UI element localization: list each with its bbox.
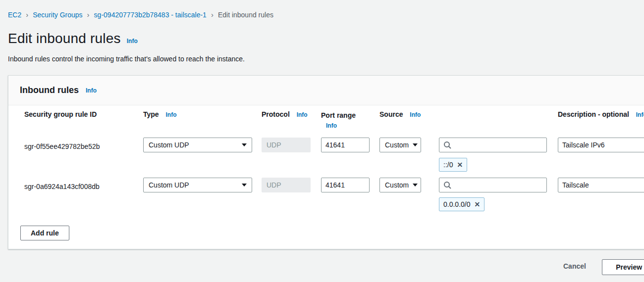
inbound-rules-panel: Inbound rules Info Security group rule I… bbox=[8, 75, 644, 249]
rule-id-text: sgr-0f55ee429782be52b bbox=[24, 142, 138, 150]
page-title-info-link[interactable]: Info bbox=[127, 38, 138, 45]
source-search-box[interactable] bbox=[439, 138, 547, 152]
type-select[interactable]: Custom UDP bbox=[143, 138, 252, 152]
breadcrumb-current: Edit inbound rules bbox=[218, 11, 273, 19]
panel-info-link[interactable]: Info bbox=[86, 87, 97, 94]
breadcrumb: EC2 › Security Groups › sg-094207773b2b7… bbox=[8, 10, 273, 19]
source-type-value: Custom bbox=[385, 181, 409, 189]
breadcrumb-link-ec2[interactable]: EC2 bbox=[8, 11, 21, 19]
source-token-label: ::/0 bbox=[443, 161, 453, 169]
source-type-value: Custom bbox=[385, 141, 409, 149]
breadcrumb-chevron-icon: › bbox=[211, 10, 214, 19]
remove-token-icon[interactable] bbox=[475, 201, 481, 208]
column-header-label: Source bbox=[379, 110, 403, 118]
source-search-box[interactable] bbox=[439, 178, 547, 192]
breadcrumb-chevron-icon: › bbox=[87, 10, 90, 19]
cancel-button[interactable]: Cancel bbox=[563, 262, 586, 270]
source-info-link[interactable]: Info bbox=[410, 111, 421, 118]
description-info-link[interactable]: Info bbox=[636, 111, 644, 118]
source-search-input[interactable] bbox=[455, 181, 542, 189]
page-description: Inbound rules control the incoming traff… bbox=[8, 55, 245, 63]
column-header-description: Description - optional Info bbox=[558, 110, 644, 118]
port-range-input[interactable] bbox=[321, 178, 370, 192]
type-info-link[interactable]: Info bbox=[166, 111, 177, 118]
page-title: Edit inbound rules bbox=[8, 31, 121, 47]
breadcrumb-link-security-group[interactable]: sg-094207773b2b78483 - tailscale-1 bbox=[94, 11, 207, 19]
breadcrumb-link-security-groups[interactable]: Security Groups bbox=[33, 11, 82, 19]
column-header-label: Protocol bbox=[262, 110, 290, 118]
column-header-type: Type Info bbox=[143, 110, 252, 118]
rule-id-text: sgr-0a6924a143cf008db bbox=[24, 183, 138, 190]
source-token: 0.0.0.0/0 bbox=[439, 197, 484, 211]
panel-header: Inbound rules Info bbox=[8, 76, 644, 105]
column-header-label: Security group rule ID bbox=[24, 110, 97, 118]
breadcrumb-chevron-icon: › bbox=[26, 10, 28, 19]
source-type-select[interactable]: Custom bbox=[379, 138, 421, 152]
description-input[interactable] bbox=[558, 178, 644, 192]
panel-title: Inbound rules bbox=[20, 85, 79, 95]
column-header-source: Source Info bbox=[379, 110, 421, 118]
protocol-field: UDP bbox=[262, 178, 311, 192]
column-header-port-range: Port range Info bbox=[321, 110, 366, 131]
preview-changes-button[interactable]: Preview changes bbox=[602, 259, 644, 275]
search-icon bbox=[443, 181, 451, 189]
protocol-value: UDP bbox=[267, 181, 281, 189]
type-select-value: Custom UDP bbox=[149, 181, 189, 189]
search-icon bbox=[443, 141, 451, 149]
protocol-field: UDP bbox=[262, 138, 311, 152]
port-range-info-link[interactable]: Info bbox=[326, 122, 337, 129]
source-token-label: 0.0.0.0/0 bbox=[443, 200, 471, 208]
protocol-info-link[interactable]: Info bbox=[297, 111, 308, 118]
description-input[interactable] bbox=[558, 138, 644, 152]
source-search-input[interactable] bbox=[455, 141, 542, 149]
rules-table: Security group rule ID Type Info Protoco… bbox=[8, 105, 644, 249]
source-type-select[interactable]: Custom bbox=[379, 178, 421, 192]
type-select-value: Custom UDP bbox=[149, 141, 189, 149]
chevron-down-icon bbox=[413, 143, 418, 146]
type-select[interactable]: Custom UDP bbox=[143, 178, 252, 192]
port-range-input[interactable] bbox=[321, 138, 370, 152]
column-header-label: Type bbox=[143, 110, 159, 118]
column-header-rule-id: Security group rule ID bbox=[24, 110, 138, 118]
column-header-label: Description - optional bbox=[558, 110, 629, 118]
protocol-value: UDP bbox=[267, 141, 281, 149]
add-rule-button[interactable]: Add rule bbox=[20, 226, 69, 240]
chevron-down-icon bbox=[242, 184, 247, 187]
remove-token-icon[interactable] bbox=[457, 161, 463, 168]
chevron-down-icon bbox=[413, 184, 418, 187]
chevron-down-icon bbox=[242, 143, 247, 146]
column-header-protocol: Protocol Info bbox=[262, 110, 311, 118]
source-token: ::/0 bbox=[439, 158, 467, 172]
column-header-label: Port range bbox=[321, 111, 356, 119]
